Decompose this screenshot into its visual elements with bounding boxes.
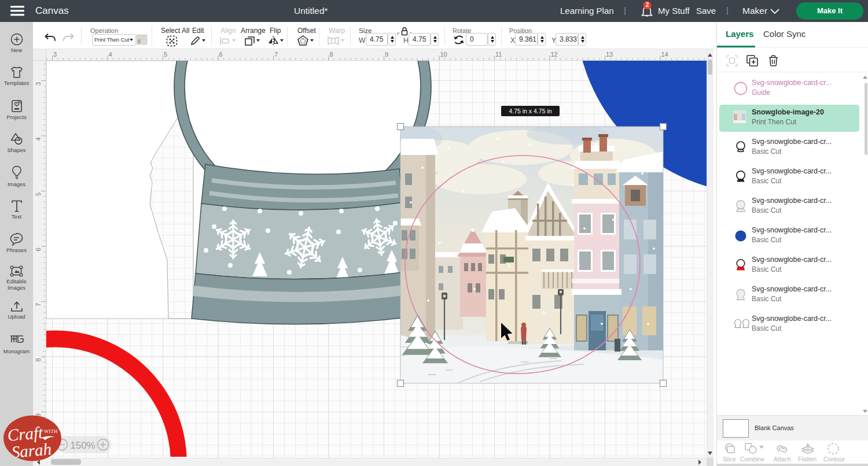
svg-text:12: 12 xyxy=(551,51,558,58)
svg-text:150%: 150% xyxy=(70,440,95,451)
svg-text:7: 7 xyxy=(35,303,42,306)
svg-text:7: 7 xyxy=(274,51,278,58)
svg-text:8: 8 xyxy=(35,358,42,361)
svg-text:6: 6 xyxy=(219,51,223,58)
svg-text:4.75 in x 4.75 in: 4.75 in x 4.75 in xyxy=(509,108,551,114)
svg-text:3: 3 xyxy=(35,82,42,86)
svg-text:11: 11 xyxy=(495,51,502,58)
svg-text:5: 5 xyxy=(35,193,42,196)
svg-text:5: 5 xyxy=(164,51,167,58)
svg-text:9: 9 xyxy=(385,51,388,58)
svg-text:14: 14 xyxy=(661,51,668,58)
svg-text:Sarah: Sarah xyxy=(10,439,52,461)
svg-text:10: 10 xyxy=(440,51,447,58)
svg-text:4: 4 xyxy=(109,51,112,58)
svg-text:WITH: WITH xyxy=(44,428,58,434)
svg-text:2: 2 xyxy=(646,2,649,8)
svg-text:13: 13 xyxy=(606,51,613,58)
svg-text:3: 3 xyxy=(53,51,57,58)
svg-text:4: 4 xyxy=(35,137,42,140)
svg-text:6: 6 xyxy=(35,247,42,251)
svg-text:8: 8 xyxy=(330,51,333,58)
